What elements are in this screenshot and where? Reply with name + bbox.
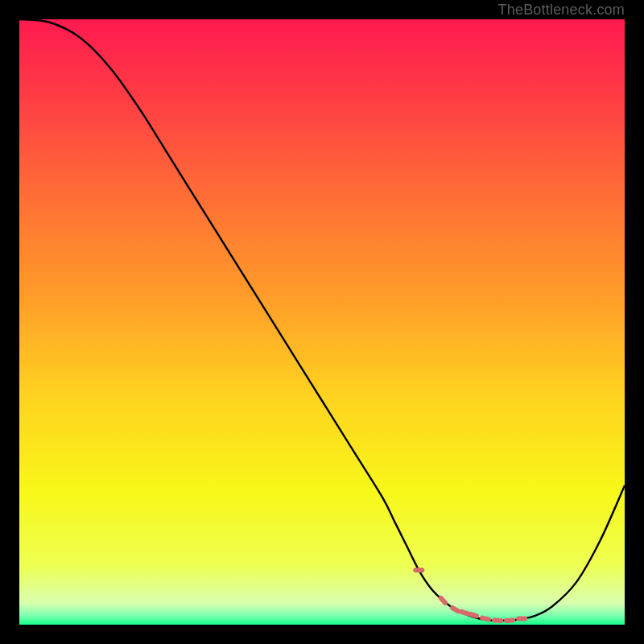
chart-frame: TheBottleneck.com	[0, 0, 644, 644]
bottleneck-curve	[19, 19, 625, 621]
optimal-marker	[413, 568, 424, 572]
plot-area	[19, 19, 625, 625]
watermark-text: TheBottleneck.com	[498, 2, 625, 19]
chart-svg	[19, 19, 625, 625]
optimal-marker	[480, 615, 492, 622]
optimal-marker	[504, 617, 515, 623]
optimal-marker	[492, 617, 503, 623]
optimal-marker	[516, 616, 527, 621]
optimal-marker	[437, 595, 448, 606]
